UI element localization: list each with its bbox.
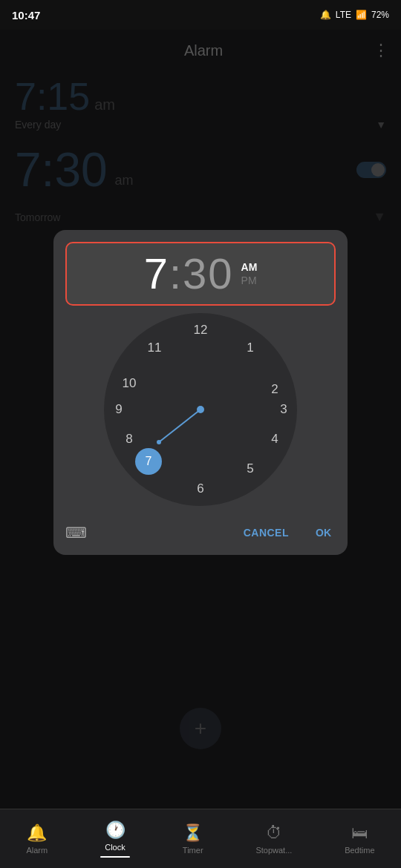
clock-num-6[interactable]: 6 [197, 481, 203, 496]
clock-num-12[interactable]: 12 [194, 323, 208, 337]
nav-bedtime[interactable]: 🛏 Bedtime [345, 823, 374, 855]
clock-num-1[interactable]: 1 [247, 341, 253, 355]
clock-num-8[interactable]: 8 [125, 432, 132, 446]
clock-nav-label: Clock [105, 843, 125, 852]
nav-stopwatch[interactable]: ⏱ Stopwat... [255, 823, 292, 855]
pm-option[interactable]: PM [241, 274, 258, 286]
keyboard-icon[interactable]: ⌨ [65, 524, 87, 542]
timer-nav-icon: ⏳ [183, 823, 203, 843]
clock-num-10[interactable]: 10 [123, 376, 137, 390]
dialog-actions: ⌨ CANCEL OK [53, 513, 348, 555]
nav-timer[interactable]: ⏳ Timer [183, 823, 203, 855]
timer-nav-label: Timer [183, 846, 203, 855]
clock-hand-tip [157, 440, 161, 444]
am-option[interactable]: AM [241, 261, 258, 273]
clock-num-5[interactable]: 5 [247, 461, 253, 476]
alarm-nav-icon: 🔔 [27, 823, 47, 843]
ok-button[interactable]: OK [311, 522, 336, 543]
clock-num-3[interactable]: 3 [280, 402, 287, 416]
clock-face-container[interactable]: 7 12 1 2 3 4 5 6 8 9 10 [104, 313, 297, 506]
nav-clock[interactable]: 🕐 Clock [100, 821, 130, 858]
signal-label: LTE [336, 10, 351, 20]
dialog-minutes[interactable]: 30 [183, 249, 234, 297]
clock-svg: 7 12 1 2 3 4 5 6 8 9 10 [104, 313, 297, 506]
dialog-colon: : [169, 249, 183, 297]
dialog-time-header: 7:30 AM PM [65, 242, 336, 306]
signal-icon: 📶 [356, 10, 367, 20]
clock-nav-icon: 🕐 [105, 821, 125, 840]
stopwatch-nav-label: Stopwat... [255, 846, 292, 855]
alarm-nav-label: Alarm [26, 846, 48, 855]
clock-num-9[interactable]: 9 [115, 402, 122, 416]
bottom-nav: 🔔 Alarm 🕐 Clock ⏳ Timer ⏱ Stopwat... 🛏 B… [0, 809, 401, 868]
status-icons: 🔔 LTE 📶 72% [320, 10, 389, 20]
clock-num-4[interactable]: 4 [271, 432, 278, 446]
status-time: 10:47 [12, 9, 40, 22]
clock-face[interactable]: 7 12 1 2 3 4 5 6 8 9 10 [104, 313, 297, 506]
stopwatch-nav-icon: ⏱ [266, 823, 282, 843]
nav-alarm[interactable]: 🔔 Alarm [26, 823, 48, 855]
dialog-time-display: 7:30 [144, 252, 234, 295]
bedtime-nav-icon: 🛏 [351, 823, 368, 843]
alarm-status-icon: 🔔 [320, 10, 331, 20]
cancel-button[interactable]: CANCEL [239, 522, 293, 543]
battery-label: 72% [371, 10, 389, 20]
bedtime-nav-label: Bedtime [345, 846, 374, 855]
status-bar: 10:47 🔔 LTE 📶 72% [0, 0, 401, 30]
time-picker-dialog: 7:30 AM PM 7 [53, 230, 348, 555]
clock-num-11[interactable]: 11 [148, 341, 162, 355]
clock-num-2[interactable]: 2 [271, 382, 278, 396]
clock-num-7[interactable]: 7 [146, 455, 152, 467]
dialog-hour[interactable]: 7 [144, 249, 169, 297]
dialog-buttons: CANCEL OK [239, 522, 336, 543]
dialog-ampm: AM PM [241, 261, 258, 286]
clock-minute-hand [159, 410, 200, 442]
